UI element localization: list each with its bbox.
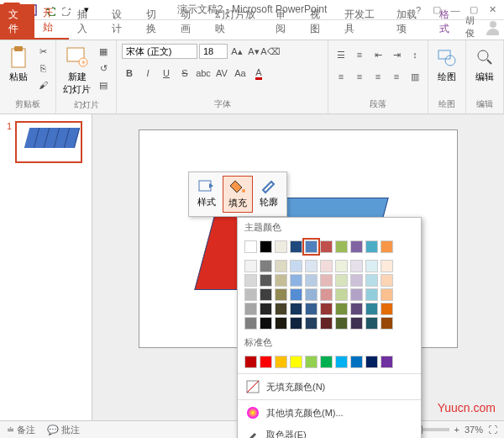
color-swatch[interactable]: [305, 288, 318, 301]
color-swatch[interactable]: [290, 260, 302, 272]
fill-button[interactable]: 填充: [223, 176, 253, 213]
tab-transition[interactable]: 切换: [138, 4, 172, 40]
font-name-select[interactable]: 宋体 (正文): [122, 44, 197, 59]
color-swatch[interactable]: [320, 356, 333, 368]
color-swatch[interactable]: [244, 274, 257, 287]
paste-button[interactable]: 粘贴: [5, 44, 32, 85]
color-swatch[interactable]: [244, 303, 257, 315]
tab-animation[interactable]: 动画: [172, 4, 207, 40]
color-swatch[interactable]: [320, 288, 333, 301]
color-swatch[interactable]: [305, 240, 318, 253]
color-swatch[interactable]: [320, 274, 333, 287]
color-swatch[interactable]: [350, 356, 363, 368]
color-swatch[interactable]: [244, 240, 257, 253]
copy-icon[interactable]: ⎘: [35, 61, 50, 76]
layout-icon[interactable]: ▦: [96, 44, 111, 59]
color-swatch[interactable]: [275, 303, 287, 315]
color-swatch[interactable]: [290, 303, 302, 315]
color-swatch[interactable]: [275, 317, 287, 330]
avatar-icon[interactable]: [485, 18, 499, 35]
color-swatch[interactable]: [305, 303, 318, 315]
color-swatch[interactable]: [244, 317, 257, 330]
color-swatch[interactable]: [275, 356, 287, 368]
color-swatch[interactable]: [381, 274, 393, 287]
decrease-font-icon[interactable]: A▾: [246, 44, 261, 59]
color-swatch[interactable]: [260, 356, 272, 368]
underline-icon[interactable]: U: [159, 66, 174, 81]
color-swatch[interactable]: [244, 356, 257, 368]
color-swatch[interactable]: [381, 288, 393, 301]
user-name[interactable]: 胡俊: [465, 14, 481, 40]
color-swatch[interactable]: [305, 260, 318, 272]
color-swatch[interactable]: [365, 260, 378, 272]
color-swatch[interactable]: [350, 240, 363, 253]
color-swatch[interactable]: [260, 240, 272, 253]
line-spacing-icon[interactable]: ↕: [407, 47, 423, 62]
color-swatch[interactable]: [381, 303, 393, 315]
tab-developer[interactable]: 开发工具: [336, 4, 388, 40]
color-swatch[interactable]: [275, 274, 287, 287]
tab-insert[interactable]: 插入: [69, 4, 103, 40]
color-swatch[interactable]: [275, 240, 287, 253]
zoom-in-icon[interactable]: +: [454, 425, 459, 435]
color-swatch[interactable]: [350, 288, 363, 301]
color-swatch[interactable]: [335, 240, 348, 253]
color-swatch[interactable]: [260, 274, 272, 287]
color-swatch[interactable]: [290, 356, 302, 368]
color-swatch[interactable]: [381, 240, 393, 253]
drawing-button[interactable]: 绘图: [433, 44, 460, 85]
color-swatch[interactable]: [381, 317, 393, 330]
shadow-icon[interactable]: abc: [196, 66, 211, 81]
color-swatch[interactable]: [320, 303, 333, 315]
slide-thumbnail[interactable]: [15, 121, 82, 163]
align-right-icon[interactable]: ≡: [370, 69, 386, 84]
font-color-icon[interactable]: A: [251, 66, 266, 81]
no-fill-item[interactable]: 无填充颜色(N): [238, 376, 421, 398]
italic-icon[interactable]: I: [140, 66, 155, 81]
color-swatch[interactable]: [290, 274, 302, 287]
tab-addins[interactable]: 加载项: [388, 4, 431, 40]
color-swatch[interactable]: [244, 260, 257, 272]
indent-dec-icon[interactable]: ⇤: [370, 47, 386, 62]
color-swatch[interactable]: [320, 317, 333, 330]
columns-icon[interactable]: ▥: [407, 69, 423, 84]
notes-button[interactable]: ≐ 备注: [7, 424, 35, 436]
align-center-icon[interactable]: ≡: [352, 69, 367, 84]
color-swatch[interactable]: [305, 356, 318, 368]
color-swatch[interactable]: [260, 317, 272, 330]
color-swatch[interactable]: [365, 356, 378, 368]
color-swatch[interactable]: [260, 260, 272, 272]
tab-home[interactable]: 开始: [34, 3, 69, 40]
color-swatch[interactable]: [365, 288, 378, 301]
bold-icon[interactable]: B: [122, 66, 137, 81]
tab-view[interactable]: 视图: [302, 4, 336, 40]
color-swatch[interactable]: [320, 240, 333, 253]
spacing-icon[interactable]: AV: [214, 66, 229, 81]
color-swatch[interactable]: [275, 288, 287, 301]
style-button[interactable]: 样式: [192, 176, 221, 213]
color-swatch[interactable]: [365, 240, 378, 253]
color-swatch[interactable]: [335, 356, 348, 368]
clear-format-icon[interactable]: A⌫: [263, 44, 278, 59]
align-left-icon[interactable]: ≡: [333, 69, 349, 84]
tab-slideshow[interactable]: 幻灯片放映: [207, 4, 267, 40]
numbering-icon[interactable]: ≡: [352, 47, 367, 62]
color-swatch[interactable]: [260, 288, 272, 301]
color-swatch[interactable]: [350, 274, 363, 287]
color-swatch[interactable]: [335, 288, 348, 301]
color-swatch[interactable]: [381, 356, 393, 368]
bullets-icon[interactable]: ☰: [333, 47, 349, 62]
color-swatch[interactable]: [305, 274, 318, 287]
outline-button[interactable]: 轮廓: [255, 176, 283, 213]
justify-icon[interactable]: ≡: [389, 69, 404, 84]
color-swatch[interactable]: [335, 303, 348, 315]
thumbnail-panel[interactable]: 1: [0, 114, 92, 420]
color-swatch[interactable]: [350, 303, 363, 315]
tab-review[interactable]: 审阅: [267, 4, 302, 40]
color-swatch[interactable]: [290, 317, 302, 330]
new-slide-button[interactable]: ✳ 新建 幻灯片: [61, 44, 92, 98]
color-swatch[interactable]: [260, 303, 272, 315]
zoom-value[interactable]: 37%: [465, 425, 483, 435]
tab-format[interactable]: 格式: [431, 4, 465, 40]
color-swatch[interactable]: [350, 317, 363, 330]
